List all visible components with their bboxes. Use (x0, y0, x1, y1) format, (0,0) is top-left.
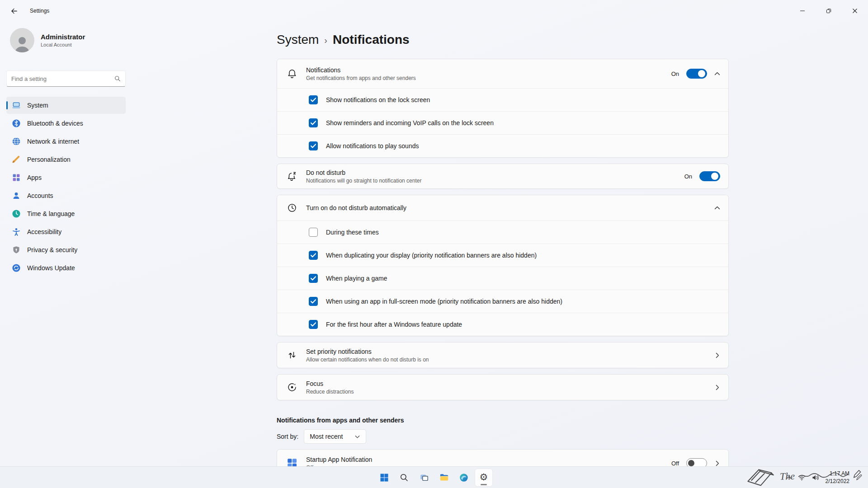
checkbox[interactable] (309, 251, 318, 260)
settings-nav: System Bluetooth & devices Network & int… (6, 97, 126, 277)
caption-buttons (789, 0, 868, 22)
playing-game-row[interactable]: When playing a game (277, 267, 728, 290)
breadcrumb: System › Notifications (277, 33, 729, 47)
system-tray: 1:17 AM 2/12/2022 (786, 467, 863, 488)
chevron-up-icon[interactable] (714, 71, 720, 77)
file-explorer-button[interactable] (435, 469, 453, 487)
breadcrumb-parent[interactable]: System (277, 33, 319, 47)
sidebar-item-accounts[interactable]: Accounts (6, 187, 126, 204)
taskbar-center: ⚙ (375, 467, 493, 488)
restore-button[interactable] (816, 0, 842, 22)
search-input[interactable] (11, 75, 114, 82)
reminders-voip-row[interactable]: Show reminders and incoming VoIP calls o… (277, 111, 728, 134)
toggle-knob (698, 70, 705, 77)
sidebar-item-privacy[interactable]: Privacy & security (6, 241, 126, 258)
sidebar-item-accessibility[interactable]: Accessibility (6, 223, 126, 240)
minimize-button[interactable] (789, 0, 816, 22)
during-these-times-row[interactable]: During these times (277, 221, 728, 244)
clock-icon (12, 209, 21, 218)
avatar (10, 28, 34, 52)
sidebar-item-label: Time & language (27, 210, 75, 217)
sidebar-item-label: Privacy & security (27, 246, 77, 253)
edge-browser-button[interactable] (455, 469, 473, 487)
tray-time: 1:17 AM (826, 470, 849, 477)
sidebar-item-network[interactable]: Network & internet (6, 133, 126, 150)
duplicating-display-row[interactable]: When duplicating your display (priority … (277, 244, 728, 267)
sidebar-item-label: Accounts (27, 192, 53, 199)
minimize-icon (800, 8, 805, 14)
card-title: Do not disturb (306, 169, 421, 176)
checkbox[interactable] (309, 118, 318, 127)
fullscreen-app-row[interactable]: When using an app in full-screen mode (p… (277, 290, 728, 313)
checkbox[interactable] (309, 95, 318, 104)
sort-value: Most recent (310, 433, 343, 440)
lock-screen-notifications-row[interactable]: Show notifications on the lock screen (277, 88, 728, 111)
notifications-controls: On (671, 69, 720, 79)
card-subtitle: Get notifications from apps and other se… (306, 75, 416, 81)
dnd-automatic-group: Turn on do not disturb automatically Dur… (277, 195, 729, 336)
chevron-right-icon (714, 460, 720, 466)
checkbox[interactable] (309, 297, 318, 306)
volume-tray-button[interactable] (812, 474, 819, 481)
close-button[interactable] (842, 0, 868, 22)
notifications-toggle[interactable] (686, 69, 707, 79)
clock-schedule-icon (286, 202, 298, 213)
priority-arrows-icon (286, 350, 298, 361)
sidebar-item-label: Apps (27, 174, 42, 181)
user-text: Administrator Local Account (41, 33, 85, 47)
task-view-button[interactable] (415, 469, 433, 487)
notification-sounds-row[interactable]: Allow notifications to play sounds (277, 134, 728, 157)
sidebar-item-system[interactable]: System (6, 97, 126, 114)
checkbox-label: During these times (326, 229, 379, 236)
sidebar-item-windows-update[interactable]: Windows Update (6, 259, 126, 277)
person-icon (12, 34, 32, 52)
checkbox[interactable] (309, 320, 318, 329)
network-tray-button[interactable] (798, 474, 806, 481)
apps-grid-icon (12, 173, 21, 182)
sidebar-item-bluetooth[interactable]: Bluetooth & devices (6, 115, 126, 132)
checkbox[interactable] (309, 141, 318, 150)
dnd-automatic-text: Turn on do not disturb automatically (306, 204, 406, 211)
dnd-controls: On (684, 171, 720, 181)
sidebar-item-label: Accessibility (27, 228, 61, 235)
accessibility-icon (12, 227, 21, 236)
taskbar: ⚙ 1:17 AM 2/12/2022 (0, 466, 868, 488)
sidebar-item-label: Windows Update (27, 264, 75, 272)
shield-icon (12, 245, 21, 254)
checkbox[interactable] (309, 228, 318, 237)
priority-controls (714, 352, 720, 358)
sidebar: Administrator Local Account System Bluet… (0, 22, 132, 466)
feature-update-row[interactable]: For the first hour after a Windows featu… (277, 313, 728, 336)
priority-notifications-card[interactable]: Set priority notifications Allow certain… (277, 342, 729, 368)
pen-tray-button[interactable] (856, 474, 863, 481)
focus-icon (286, 382, 298, 393)
sidebar-item-personalization[interactable]: Personalization (6, 151, 126, 168)
chevron-up-icon[interactable] (714, 205, 720, 211)
settings-window: Settings Administrator Local Account (0, 0, 868, 488)
dnd-automatic-header-row[interactable]: Turn on do not disturb automatically (277, 195, 728, 221)
gear-icon: ⚙ (480, 473, 488, 482)
search-box[interactable] (6, 70, 126, 87)
sidebar-item-apps[interactable]: Apps (6, 169, 126, 186)
settings-app-button[interactable]: ⚙ (475, 469, 493, 487)
pen-icon (856, 474, 863, 481)
sort-dropdown[interactable]: Most recent (304, 429, 366, 444)
do-not-disturb-card[interactable]: Do not disturb Notifications will go str… (277, 164, 729, 189)
user-account[interactable]: Administrator Local Account (6, 28, 126, 52)
user-name: Administrator (41, 33, 85, 41)
priority-text: Set priority notifications Allow certain… (306, 348, 429, 363)
sidebar-item-time-language[interactable]: Time & language (6, 205, 126, 222)
start-button[interactable] (375, 469, 393, 487)
card-title: Turn on do not disturb automatically (306, 204, 406, 211)
user-type: Local Account (41, 42, 85, 47)
checkbox[interactable] (309, 274, 318, 283)
hidden-icons-chevron[interactable] (786, 475, 792, 480)
system-icon (12, 101, 21, 110)
dnd-toggle[interactable] (699, 171, 720, 181)
taskbar-search-button[interactable] (395, 469, 413, 487)
chevron-down-icon (354, 434, 360, 439)
back-button[interactable] (5, 3, 24, 19)
focus-card[interactable]: Focus Reduce distractions (277, 374, 729, 400)
notifications-header-row[interactable]: Notifications Get notifications from app… (277, 59, 728, 88)
taskbar-clock[interactable]: 1:17 AM 2/12/2022 (826, 470, 849, 484)
